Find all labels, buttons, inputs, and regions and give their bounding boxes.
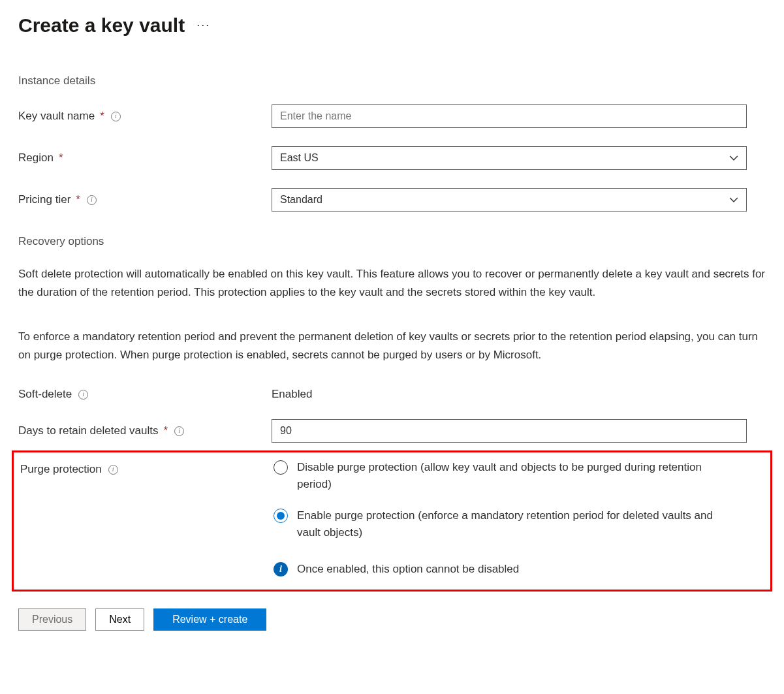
keyvault-name-input[interactable]: [272, 104, 747, 128]
recovery-paragraph-2: To enforce a mandatory retention period …: [18, 328, 766, 364]
retention-days-row: Days to retain deleted vaults * i: [18, 419, 766, 443]
next-button[interactable]: Next: [95, 608, 144, 631]
keyvault-name-label: Key vault name: [18, 110, 95, 123]
required-indicator: *: [100, 110, 104, 123]
purge-warning-text: Once enabled, this option cannot be disa…: [297, 563, 519, 576]
region-value: East US: [280, 152, 319, 164]
retention-days-label: Days to retain deleted vaults: [18, 424, 159, 437]
review-create-button[interactable]: Review + create: [153, 608, 266, 631]
purge-disable-label: Disable purge protection (allow key vaul…: [297, 459, 728, 493]
required-indicator: *: [59, 151, 63, 165]
chevron-down-icon: [729, 195, 738, 204]
pricing-select[interactable]: Standard: [272, 188, 747, 212]
purge-protection-highlight: Purge protection i Disable purge protect…: [12, 450, 772, 591]
soft-delete-label: Soft-delete: [18, 388, 72, 401]
purge-enable-label: Enable purge protection (enforce a manda…: [297, 507, 728, 541]
more-actions-icon[interactable]: ···: [196, 18, 210, 33]
info-icon[interactable]: i: [174, 426, 184, 436]
recovery-options-heading: Recovery options: [18, 235, 766, 248]
soft-delete-row: Soft-delete i Enabled: [18, 388, 766, 401]
recovery-paragraph-1: Soft delete protection will automaticall…: [18, 265, 766, 302]
chevron-down-icon: [729, 153, 738, 163]
soft-delete-value: Enabled: [272, 388, 312, 400]
purge-warning-note: i Once enabled, this option cannot be di…: [274, 562, 749, 576]
purge-protection-radio-group: Disable purge protection (allow key vaul…: [274, 459, 749, 541]
pricing-row: Pricing tier * i Standard: [18, 188, 766, 212]
page-title: Create a key vault: [18, 14, 185, 37]
required-indicator: *: [76, 193, 80, 206]
retention-days-input[interactable]: [272, 419, 747, 443]
info-filled-icon: i: [274, 562, 288, 576]
purge-protection-row: Purge protection i Disable purge protect…: [14, 459, 770, 576]
info-icon[interactable]: i: [87, 195, 97, 205]
pricing-value: Standard: [280, 194, 322, 206]
region-select[interactable]: East US: [272, 146, 747, 170]
purge-enable-option[interactable]: Enable purge protection (enforce a manda…: [274, 507, 749, 541]
purge-disable-option[interactable]: Disable purge protection (allow key vaul…: [274, 459, 749, 493]
info-icon[interactable]: i: [108, 465, 118, 475]
radio-selected-icon: [274, 509, 288, 523]
previous-button[interactable]: Previous: [18, 608, 86, 631]
keyvault-name-row: Key vault name * i: [18, 104, 766, 128]
purge-protection-label: Purge protection: [20, 463, 102, 476]
radio-unselected-icon: [274, 460, 288, 475]
required-indicator: *: [164, 424, 168, 437]
wizard-footer: Previous Next Review + create: [18, 608, 766, 631]
pricing-label: Pricing tier: [18, 193, 71, 206]
region-row: Region * East US: [18, 146, 766, 170]
region-label: Region: [18, 151, 54, 165]
instance-details-heading: Instance details: [18, 74, 766, 87]
info-icon[interactable]: i: [78, 390, 88, 400]
info-icon[interactable]: i: [111, 112, 121, 121]
